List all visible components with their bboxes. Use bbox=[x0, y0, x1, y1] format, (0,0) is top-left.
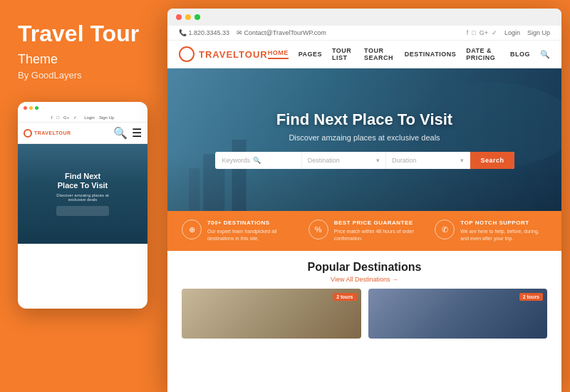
mobile-social-sq: □ bbox=[56, 115, 59, 120]
mobile-hero-subtitle: Discover amzaing places atexclusive deal… bbox=[56, 193, 108, 202]
mobile-menu-icon[interactable]: ☰ bbox=[132, 126, 142, 140]
feature-support: ✆ TOP NOTCH SUPPORT We are here to help,… bbox=[435, 220, 547, 242]
dropdown-chevron: ▾ bbox=[376, 157, 380, 164]
menu-item-tourlist[interactable]: TOUR LIST bbox=[332, 47, 354, 61]
destinations-icon: ⊕ bbox=[182, 220, 202, 239]
mobile-topbar: f □ G+ ✓ Login Sign Up bbox=[18, 113, 147, 123]
hero-subtitle: Discover amzaing places at exclusive dea… bbox=[215, 133, 514, 142]
mobile-social-g: G+ bbox=[63, 115, 69, 120]
mobile-dot-red bbox=[24, 106, 27, 110]
mobile-dot-yellow bbox=[29, 106, 33, 110]
chrome-dot-yellow bbox=[185, 14, 191, 20]
mobile-hero-content: Find NextPlace To Visit Discover amzaing… bbox=[56, 172, 108, 216]
menu-item-blog[interactable]: BLOG bbox=[510, 51, 530, 58]
keywords-field[interactable]: Keywords 🔍 bbox=[215, 152, 302, 169]
mobile-social-t: ✓ bbox=[73, 115, 77, 120]
feature-destinations-desc: Our expert team handpicked all destinati… bbox=[207, 228, 294, 242]
view-all-link[interactable]: View All Destinations → bbox=[182, 276, 547, 283]
mobile-search-icon[interactable]: 🔍 bbox=[113, 126, 128, 140]
feature-price-desc: Price match within 48 hours of order con… bbox=[334, 228, 421, 242]
menu-item-toursearch[interactable]: TOUR SEARCH bbox=[364, 47, 395, 61]
menu-item-home[interactable]: HOME bbox=[268, 49, 289, 59]
feature-price-title: BEST PRICE GUARANTEE bbox=[334, 220, 421, 226]
keywords-search-icon: 🔍 bbox=[253, 157, 261, 164]
mobile-hero-title: Find NextPlace To Visit bbox=[56, 172, 108, 190]
social-facebook-icon[interactable]: f bbox=[467, 29, 469, 36]
mobile-logo: TRAVELTOUR bbox=[24, 129, 71, 138]
mobile-hero: Find NextPlace To Visit Discover amzaing… bbox=[18, 144, 147, 244]
feature-support-text: TOP NOTCH SUPPORT We are here to help, b… bbox=[460, 220, 547, 242]
mobile-dot-green bbox=[35, 106, 38, 110]
mobile-logo-text: TRAVELTOUR bbox=[34, 130, 71, 135]
mobile-login: Login bbox=[84, 115, 95, 120]
social-instagram-icon[interactable]: □ bbox=[472, 29, 475, 36]
site-hero: Find Next Place To Visit Discover amzain… bbox=[167, 68, 561, 211]
feature-support-title: TOP NOTCH SUPPORT bbox=[460, 220, 547, 226]
popular-section: Popular Destinations View All Destinatio… bbox=[167, 251, 561, 392]
theme-subtitle: Theme bbox=[18, 52, 58, 67]
main-menu: HOME PAGES TOUR LIST TOUR SEARCH DESTINA… bbox=[268, 47, 550, 61]
mobile-dots bbox=[24, 106, 38, 110]
window-chrome bbox=[167, 9, 561, 26]
menu-item-datepricing[interactable]: DATE & PRICING bbox=[466, 47, 500, 61]
destination-card-1[interactable]: 2 tours bbox=[182, 289, 361, 339]
mobile-chrome bbox=[18, 102, 147, 113]
topbar-left: 📞 1.820.3345.33 ✉ Contact@TravelTourWP.c… bbox=[179, 29, 326, 36]
left-panel: Travel Tour Theme By GoodLayers f □ G+ ✓… bbox=[0, 0, 167, 392]
site-topbar: 📞 1.820.3345.33 ✉ Contact@TravelTourWP.c… bbox=[167, 26, 561, 41]
chrome-dot-red bbox=[176, 14, 182, 20]
feature-price-text: BEST PRICE GUARANTEE Price match within … bbox=[334, 220, 421, 242]
dest-badge-2: 2 tours bbox=[519, 293, 543, 301]
chrome-dot-green bbox=[195, 14, 200, 20]
mobile-mockup: f □ G+ ✓ Login Sign Up TRAVELTOUR 🔍 ☰ Fi… bbox=[18, 102, 147, 309]
signup-link[interactable]: Sign Up bbox=[527, 29, 550, 36]
feature-price: % BEST PRICE GUARANTEE Price match withi… bbox=[309, 220, 421, 242]
login-link[interactable]: Login bbox=[504, 29, 520, 36]
popular-title: Popular Destinations bbox=[182, 261, 547, 274]
site-nav: TRAVELTOUR HOME PAGES TOUR LIST TOUR SEA… bbox=[167, 41, 561, 68]
hero-search-bar: Keywords 🔍 Destination ▾ Duration ▾ Sear… bbox=[215, 152, 514, 169]
desktop-mockup: 📞 1.820.3345.33 ✉ Contact@TravelTourWP.c… bbox=[167, 9, 561, 392]
feature-destinations-text: 700+ DESTINATIONS Our expert team handpi… bbox=[207, 220, 294, 242]
price-icon: % bbox=[309, 220, 328, 239]
svg-rect-4 bbox=[189, 168, 200, 211]
duration-dropdown[interactable]: Duration ▾ bbox=[386, 152, 470, 169]
logo-circle-icon bbox=[179, 46, 195, 62]
mobile-nav-icons: 🔍 ☰ bbox=[113, 126, 142, 140]
mobile-search-bar bbox=[56, 206, 108, 216]
feature-destinations-title: 700+ DESTINATIONS bbox=[207, 220, 294, 226]
mobile-logo-icon bbox=[24, 129, 32, 138]
topbar-right: f □ G+ ✓ Login Sign Up bbox=[467, 29, 550, 36]
social-twitter-icon[interactable]: ✓ bbox=[492, 29, 497, 36]
site-logo: TRAVELTOUR bbox=[179, 46, 268, 62]
feature-strip: ⊕ 700+ DESTINATIONS Our expert team hand… bbox=[167, 211, 561, 251]
support-icon: ✆ bbox=[435, 220, 455, 239]
theme-by: By GoodLayers bbox=[18, 70, 82, 81]
theme-title: Travel Tour bbox=[18, 21, 139, 46]
mobile-social-f: f bbox=[51, 115, 53, 120]
popular-header: Popular Destinations View All Destinatio… bbox=[182, 261, 547, 283]
social-google-icon[interactable]: G+ bbox=[480, 29, 488, 36]
nav-search-icon[interactable]: 🔍 bbox=[540, 50, 550, 59]
destinations-grid: 2 tours 2 tours bbox=[182, 289, 547, 339]
menu-item-destinations[interactable]: DESTINATIONS bbox=[405, 51, 456, 58]
destination-card-2[interactable]: 2 tours bbox=[368, 289, 548, 339]
feature-support-desc: We are here to help, before, during, and… bbox=[460, 228, 547, 242]
feature-destinations: ⊕ 700+ DESTINATIONS Our expert team hand… bbox=[182, 220, 294, 242]
phone-number: 📞 1.820.3345.33 bbox=[179, 29, 229, 36]
hero-content: Find Next Place To Visit Discover amzain… bbox=[215, 110, 514, 169]
email-address: ✉ Contact@TravelTourWP.com bbox=[237, 29, 326, 36]
dropdown-chevron2: ▾ bbox=[460, 157, 464, 164]
social-icons: f □ G+ ✓ bbox=[467, 29, 497, 36]
destination-dropdown[interactable]: Destination ▾ bbox=[302, 152, 386, 169]
mobile-nav: TRAVELTOUR 🔍 ☰ bbox=[18, 123, 147, 144]
search-button[interactable]: Search bbox=[470, 152, 514, 169]
mobile-signup: Sign Up bbox=[99, 115, 114, 120]
menu-item-pages[interactable]: PAGES bbox=[299, 51, 322, 58]
dest-badge-1: 2 tours bbox=[333, 293, 356, 301]
logo-text: TRAVELTOUR bbox=[199, 49, 268, 60]
hero-title: Find Next Place To Visit bbox=[215, 110, 514, 129]
